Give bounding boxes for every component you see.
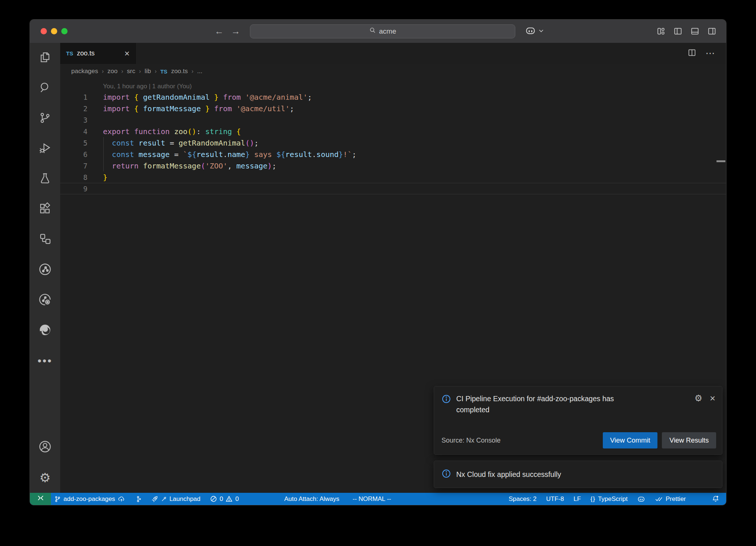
zoom-window-button[interactable]	[61, 28, 68, 34]
auto-attach-status-item[interactable]: Auto Attach: Always	[281, 493, 343, 505]
line-number[interactable]: 2	[60, 105, 87, 113]
typescript-file-icon: TS	[66, 50, 73, 57]
copilot-icon[interactable]	[525, 25, 536, 38]
vim-mode-label: -- NORMAL --	[353, 495, 391, 503]
sidebar-item-remote-explorer[interactable]	[30, 225, 60, 255]
line-number[interactable]: 4	[60, 127, 87, 136]
code-text: export function zoo(): string {	[87, 127, 241, 136]
code-line[interactable]: 2import { formatMessage } from '@acme/ut…	[60, 103, 726, 114]
bell-icon	[712, 495, 719, 503]
warning-icon	[226, 495, 233, 502]
minimize-window-button[interactable]	[51, 28, 57, 34]
sidebar-item-edge-tools[interactable]	[30, 315, 60, 346]
accounts-button[interactable]	[30, 432, 60, 463]
chevron-down-icon[interactable]	[538, 28, 544, 35]
indentation-status-item[interactable]: Spaces: 2	[505, 493, 540, 505]
sidebar-item-more[interactable]: •••	[30, 346, 60, 376]
sidebar-item-source-control[interactable]	[30, 103, 60, 134]
command-center-search[interactable]: acme	[250, 24, 515, 38]
copilot-status-item[interactable]	[634, 493, 649, 505]
breadcrumb: packages› zoo› src› lib› TS zoo.ts› ...	[60, 64, 726, 79]
toggle-panel-icon[interactable]	[690, 27, 700, 36]
breadcrumb-more[interactable]: ...	[197, 68, 202, 75]
code-line[interactable]: 7 return formatMessage('ZOO', message);	[60, 160, 726, 171]
sidebar-item-nx-cloud[interactable]	[30, 285, 60, 315]
breadcrumb-item[interactable]: zoo	[107, 68, 117, 75]
view-commit-button[interactable]: View Commit	[603, 432, 658, 448]
git-branch-icon	[38, 111, 52, 126]
close-window-button[interactable]	[41, 28, 47, 34]
code-text: const message = `${result.name} says ${r…	[87, 150, 357, 159]
line-number[interactable]: 3	[60, 116, 87, 124]
breadcrumb-item[interactable]: lib	[145, 68, 151, 75]
tab-zoo-ts[interactable]: TS zoo.ts ×	[60, 43, 136, 64]
chevron-right-icon: ›	[155, 68, 157, 75]
breadcrumb-file[interactable]: zoo.ts	[171, 68, 188, 75]
copilot-icon	[637, 495, 645, 503]
notification-nx-cloud-fix: Nx Cloud fix applied successfully	[434, 461, 722, 488]
sidebar-item-run-debug[interactable]	[30, 134, 60, 164]
notification-message: Nx Cloud fix applied successfully	[456, 469, 561, 480]
remote-indicator[interactable]	[30, 493, 51, 505]
problems-status-item[interactable]: 0 0	[207, 493, 242, 505]
split-editor-icon[interactable]	[687, 48, 697, 59]
line-number[interactable]: 5	[60, 139, 87, 147]
line-number[interactable]: 8	[60, 173, 87, 181]
line-number[interactable]: 6	[60, 150, 87, 158]
sidebar-item-testing[interactable]	[30, 164, 60, 194]
forward-arrow-icon[interactable]: →	[231, 26, 240, 37]
info-icon	[441, 394, 451, 405]
formatter-status-item[interactable]: Prettier	[652, 493, 689, 505]
debug-icon	[38, 141, 52, 156]
title-bar[interactable]: ← → acme	[30, 20, 726, 43]
line-number[interactable]: 9	[60, 185, 87, 193]
close-tab-icon[interactable]: ×	[124, 49, 130, 58]
code-line[interactable]: 5 const result = getRandomAnimal();	[60, 137, 726, 149]
indent-guide	[103, 137, 104, 171]
warning-count: 0	[235, 495, 238, 503]
satellite-icon	[161, 496, 167, 502]
more-actions-icon[interactable]: ⋯	[705, 48, 716, 59]
formatter-label: Prettier	[666, 495, 686, 503]
account-icon	[38, 440, 52, 455]
line-number[interactable]: 1	[60, 93, 87, 101]
language-status-item[interactable]: {} TypeScript	[587, 493, 631, 505]
sidebar-item-nx-console[interactable]	[30, 255, 60, 285]
sidebar-item-extensions[interactable]	[30, 194, 60, 225]
encoding-status-item[interactable]: UTF-8	[543, 493, 567, 505]
language-label: TypeScript	[598, 495, 628, 503]
launchpad-status-item[interactable]: Launchpad	[148, 493, 204, 505]
git-blame-annotation: You, 1 hour ago | 1 author (You)	[60, 82, 726, 91]
toggle-secondary-sidebar-icon[interactable]	[707, 27, 717, 36]
chevron-right-icon: ›	[121, 68, 123, 75]
notification-settings-icon[interactable]: ⚙	[694, 393, 702, 403]
auto-attach-label: Auto Attach: Always	[284, 495, 339, 503]
code-line[interactable]: 6 const message = `${result.name} says $…	[60, 149, 726, 160]
view-results-button[interactable]: View Results	[662, 432, 716, 448]
settings-button[interactable]: ⚙	[30, 463, 60, 493]
toggle-sidebar-icon[interactable]	[673, 27, 683, 36]
vim-mode-status-item[interactable]: -- NORMAL --	[349, 493, 394, 505]
line-number[interactable]: 7	[60, 162, 87, 170]
close-icon[interactable]: ×	[710, 393, 715, 403]
customize-layout-icon[interactable]	[656, 27, 666, 36]
back-arrow-icon[interactable]: ←	[214, 26, 224, 37]
files-icon	[38, 51, 52, 65]
breadcrumb-item[interactable]: packages	[71, 68, 98, 75]
breadcrumb-item[interactable]: src	[127, 68, 135, 75]
code-line[interactable]: 4export function zoo(): string {	[60, 126, 726, 137]
scm-graph-status-item[interactable]	[131, 493, 145, 505]
indentation-label: Spaces: 2	[509, 495, 537, 503]
error-icon	[210, 495, 217, 502]
search-icon	[38, 81, 52, 96]
notifications-bell-item[interactable]	[708, 493, 726, 505]
branch-status-item[interactable]: add-zoo-packages	[51, 493, 128, 505]
code-line[interactable]: 1import { getRandomAnimal } from '@acme/…	[60, 91, 726, 103]
encoding-label: UTF-8	[546, 495, 564, 503]
code-line[interactable]: 9	[60, 183, 726, 194]
sidebar-item-search[interactable]	[30, 73, 60, 103]
code-line[interactable]: 8}	[60, 171, 726, 183]
eol-status-item[interactable]: LF	[570, 493, 584, 505]
sidebar-item-explorer[interactable]	[30, 43, 60, 73]
code-line[interactable]: 3	[60, 114, 726, 126]
